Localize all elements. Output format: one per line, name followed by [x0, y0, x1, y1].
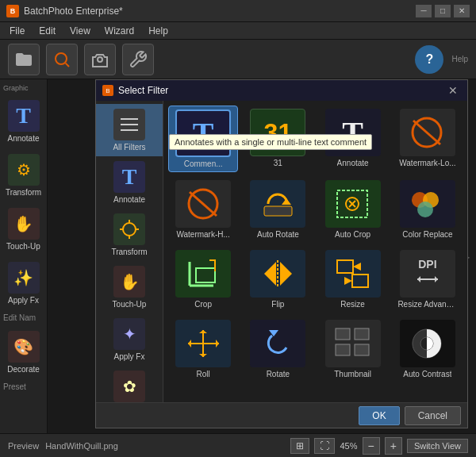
svg-rect-5	[121, 129, 138, 131]
annotate-icon: T	[8, 100, 40, 132]
filter-content: All Filters T Annotate Transform ✋	[96, 101, 467, 402]
nav-decorate-icon: ✿	[113, 371, 145, 402]
filter-item-watermark-lo[interactable]: Watermark-Lo...	[393, 106, 463, 172]
watermark-h-label: Watermark-H...	[176, 230, 229, 239]
svg-line-8	[413, 121, 440, 144]
svg-line-1	[66, 63, 69, 66]
filter-item-rotate[interactable]: Rotate	[243, 317, 313, 382]
menu-file[interactable]: File	[3, 24, 31, 38]
filter-item-crop[interactable]: Crop	[168, 247, 238, 312]
flip-label: Flip	[271, 300, 284, 309]
filter-nav-touchup[interactable]: ✋ Touch-Up	[96, 261, 163, 313]
filter-item-thumbnail[interactable]: Thumbnail	[318, 317, 388, 382]
flip-icon-box	[250, 250, 305, 298]
sidebar-item-annotate[interactable]: T Annotate	[0, 95, 47, 148]
filter-item-autocontrast[interactable]: Auto Contrast	[393, 317, 463, 382]
filter-nav-transform[interactable]: Transform	[96, 209, 163, 261]
status-bar: Preview HandWithQuill.png ⊞ ⛶ 45% − + Sw…	[0, 433, 476, 457]
rotate-icon-box	[250, 320, 305, 367]
sidebar-item-applyfx[interactable]: ✨ Apply Fx	[0, 257, 47, 309]
canvas-area: ▶ B Select Filter ✕	[48, 79, 476, 433]
all-filters-icon	[113, 109, 145, 140]
app-title: BatchPhoto Enterprise*	[24, 6, 123, 17]
sidebar-item-touchup[interactable]: ✋ Touch-Up	[0, 203, 47, 255]
help-button[interactable]: ?	[415, 45, 443, 74]
toolbar-open-button[interactable]	[8, 44, 40, 75]
filter-nav-decorate[interactable]: ✿ Decorate	[96, 366, 163, 402]
modal-icon: B	[102, 85, 113, 96]
svg-marker-35	[188, 340, 191, 348]
svg-rect-28	[352, 275, 368, 287]
annotate-label: Annotate	[337, 159, 369, 167]
svg-rect-40	[336, 328, 350, 340]
sidebar-annotate-label: Annotate	[7, 134, 39, 143]
filter-item-autocrop[interactable]: Auto Crop	[318, 177, 388, 242]
sidebar-item-decorate[interactable]: 🎨 Decorate	[0, 326, 47, 378]
touchup-icon: ✋	[8, 208, 40, 240]
filter-item-resize[interactable]: Resize	[318, 247, 388, 312]
filter-nav-annotate[interactable]: T Annotate	[96, 156, 163, 209]
menu-help[interactable]: Help	[142, 24, 175, 38]
watermark-h-icon-box	[175, 180, 231, 228]
svg-marker-31	[435, 276, 438, 282]
filter-item-autorotate[interactable]: Auto Rotate	[243, 177, 313, 242]
preview-label: Preview	[8, 441, 39, 451]
filter-item-resizeadv[interactable]: DPI Resize Advanced	[393, 247, 463, 312]
sidebar-decorate-label: Decorate	[7, 365, 40, 374]
fit-window-button[interactable]: ⊞	[290, 438, 309, 454]
filter-item-roll[interactable]: Roll	[168, 317, 238, 382]
svg-point-0	[56, 53, 67, 64]
minimize-button[interactable]: ─	[416, 5, 432, 17]
select-filter-modal: B Select Filter ✕ All Filters T	[95, 79, 468, 428]
nav-applyfx-label: Apply Fx	[114, 352, 145, 361]
nav-transform-icon	[113, 213, 145, 245]
svg-marker-27	[353, 263, 361, 271]
svg-marker-11	[282, 198, 291, 205]
watermark-lo-icon-box	[400, 109, 455, 156]
modal-close-button[interactable]: ✕	[445, 84, 461, 97]
zoom-out-button[interactable]: −	[363, 437, 380, 455]
thumbnail-icon-box	[325, 320, 381, 367]
svg-rect-4	[121, 124, 138, 125]
preset-label: Preset	[0, 380, 47, 394]
toolbar-search-button[interactable]	[46, 44, 78, 75]
filter-nav-all[interactable]: All Filters	[96, 104, 163, 156]
main-area: Graphic T Annotate ⚙ Transform ✋ Touch-U…	[0, 79, 476, 433]
zoom-in-button[interactable]: +	[385, 437, 402, 455]
cancel-button[interactable]: Cancel	[405, 406, 461, 425]
nav-annotate-label: Annotate	[113, 195, 145, 204]
all-filters-label: All Filters	[113, 143, 145, 152]
menu-bar: File Edit View Wizard Help	[0, 22, 476, 40]
filter-nav-applyfx[interactable]: ✦ Apply Fx	[96, 313, 163, 366]
menu-view[interactable]: View	[63, 24, 97, 38]
modal-title: Select Filter	[118, 85, 168, 96]
status-bar-controls: ⊞ ⛶ 45% − + Switch View	[290, 437, 468, 455]
filter-item-flip[interactable]: Flip	[243, 247, 313, 312]
toolbar-camera-button[interactable]	[84, 44, 116, 75]
svg-point-6	[123, 223, 136, 236]
ok-button[interactable]: OK	[359, 406, 399, 425]
comment-label: Commen...	[184, 159, 223, 168]
sidebar: Graphic T Annotate ⚙ Transform ✋ Touch-U…	[0, 79, 48, 433]
fullscreen-button[interactable]: ⛶	[314, 438, 335, 454]
menu-edit[interactable]: Edit	[33, 24, 62, 38]
sidebar-item-transform[interactable]: ⚙ Transform	[0, 149, 47, 202]
filter-grid-area[interactable]: Annotates with a single or multi-line te…	[163, 101, 467, 402]
sidebar-touchup-label: Touch-Up	[6, 242, 40, 251]
modal-footer: OK Cancel	[96, 402, 467, 428]
filter-item-colorreplace[interactable]: Color Replace	[393, 177, 463, 242]
graphic-label: Graphic	[0, 83, 47, 94]
maximize-button[interactable]: □	[435, 5, 451, 17]
autorotate-label: Auto Rotate	[257, 230, 299, 239]
toolbar: ? Help	[0, 40, 476, 79]
close-button[interactable]: ✕	[454, 5, 470, 17]
filter-item-watermark-h[interactable]: Watermark-H...	[168, 177, 238, 242]
svg-marker-38	[199, 354, 207, 357]
colorreplace-icon-box	[400, 180, 455, 228]
menu-wizard[interactable]: Wizard	[98, 24, 140, 38]
nav-touchup-label: Touch-Up	[113, 300, 147, 309]
svg-point-19	[417, 202, 433, 217]
toolbar-settings-button[interactable]	[122, 44, 154, 75]
svg-rect-3	[121, 118, 138, 120]
switch-view-button[interactable]: Switch View	[407, 439, 468, 453]
